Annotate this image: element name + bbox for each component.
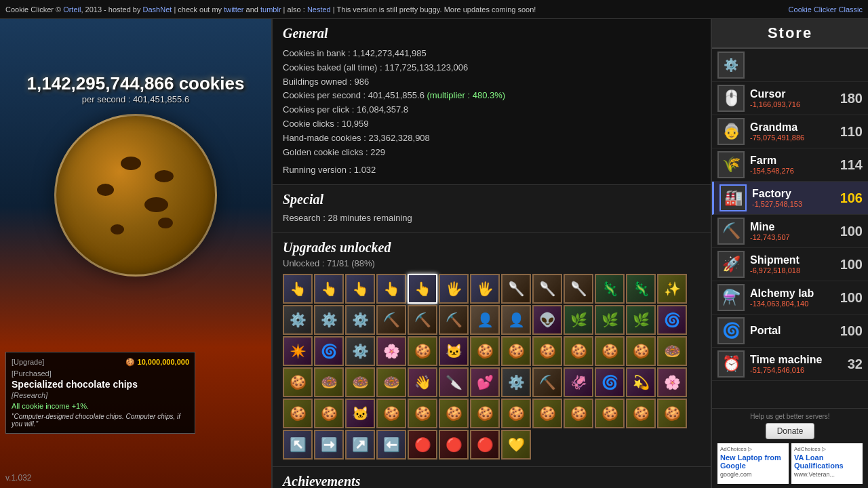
upgrade-item[interactable]: ⬅️: [376, 430, 406, 460]
upgrade-item[interactable]: ⚙️: [345, 305, 375, 335]
upgrade-item[interactable]: 🍪: [626, 336, 656, 366]
upgrade-item[interactable]: 🍪: [470, 399, 500, 428]
store-item-portal[interactable]: 🌀 Portal 100: [712, 314, 868, 348]
upgrade-item[interactable]: 🌸: [376, 336, 406, 366]
upgrade-item[interactable]: 🍩: [657, 336, 687, 366]
store-item-mine[interactable]: ⛏️ Mine -12,743,507 100: [712, 215, 868, 248]
big-cookie[interactable]: [54, 114, 217, 277]
upgrade-item[interactable]: 🍪: [314, 399, 344, 428]
upgrade-item[interactable]: 🍪: [376, 399, 406, 428]
upgrade-item[interactable]: 🖐️: [470, 274, 500, 304]
upgrade-item[interactable]: 💫: [626, 367, 656, 397]
upgrade-item[interactable]: 🍪: [657, 399, 687, 428]
upgrade-item[interactable]: 🔪: [439, 367, 469, 397]
store-item-cursor[interactable]: 🖱️ Cursor -1,166,093,716 180: [712, 82, 868, 115]
upgrade-item[interactable]: 🌀: [314, 336, 344, 366]
orteil-link[interactable]: Orteil: [63, 5, 81, 14]
upgrade-item[interactable]: ↗️: [345, 430, 375, 460]
upgrade-item[interactable]: 🌀: [657, 305, 687, 335]
store-item-alchemy[interactable]: ⚗️ Alchemy lab -134,063,804,140 100: [712, 281, 868, 314]
upgrade-item[interactable]: 🖐️: [439, 274, 469, 304]
nested-link[interactable]: Nested: [307, 5, 331, 14]
upgrade-item[interactable]: 🦎: [595, 274, 625, 304]
store-item-time-machine[interactable]: ⏰ Time machine -51,754,546,016 32: [712, 348, 868, 381]
upgrade-item[interactable]: 🍪: [283, 399, 313, 428]
upgrade-item[interactable]: 🍪: [564, 336, 593, 366]
upgrade-item[interactable]: ⚙️: [283, 305, 313, 335]
upgrade-item[interactable]: 🔴: [439, 430, 469, 460]
topbar-text: Cookie Clicker © Orteil, 2013 - hosted b…: [5, 5, 536, 14]
upgrade-item[interactable]: 🥄: [501, 274, 531, 304]
donate-button[interactable]: Donate: [766, 423, 815, 439]
upgrades-title: Upgrades unlocked: [283, 240, 701, 256]
upgrade-item[interactable]: 🍪: [501, 336, 531, 366]
upgrade-item[interactable]: 🍪: [595, 336, 625, 366]
cookie-main-count: 1,142,295,744,866 cookies: [0, 73, 271, 94]
upgrade-item[interactable]: 🍪: [283, 367, 313, 397]
upgrade-item[interactable]: ⚙️: [314, 305, 344, 335]
store-item-farm[interactable]: 🌾 Farm -154,548,276 114: [712, 148, 868, 182]
upgrade-item[interactable]: 🍪: [470, 336, 500, 366]
upgrade-item[interactable]: 🌿: [564, 305, 593, 335]
upgrade-item[interactable]: ⛏️: [376, 305, 406, 335]
upgrade-item[interactable]: 💛: [501, 430, 531, 460]
upgrade-item[interactable]: ⛏️: [408, 305, 437, 335]
upgrade-item[interactable]: 🍪: [408, 336, 437, 366]
upgrade-item[interactable]: 🍪: [532, 399, 562, 428]
upgrade-item[interactable]: ⚙️: [345, 336, 375, 366]
upgrade-item[interactable]: 👤: [501, 305, 531, 335]
upgrade-item[interactable]: 🍩: [314, 367, 344, 397]
upgrade-item[interactable]: 🦑: [564, 367, 593, 397]
upgrade-item[interactable]: 👆: [345, 274, 375, 304]
upgrade-item[interactable]: 🥄: [564, 274, 593, 304]
upgrade-item[interactable]: 🍪: [501, 399, 531, 428]
twitter-link[interactable]: twitter: [224, 5, 243, 14]
upgrade-item[interactable]: 🍩: [376, 367, 406, 397]
upgrade-item[interactable]: ⚙️: [501, 367, 531, 397]
upgrade-item[interactable]: 🌀: [595, 367, 625, 397]
upgrade-item[interactable]: 🦎: [626, 274, 656, 304]
mine-cost: -12,743,507: [750, 233, 835, 241]
store-upgrade-icon-row: ⚙️: [712, 49, 868, 82]
tumblr-link[interactable]: tumblr: [260, 5, 281, 14]
upgrade-item[interactable]: 🍩: [345, 367, 375, 397]
upgrade-item[interactable]: 👆: [314, 274, 344, 304]
upgrade-item[interactable]: ✴️: [283, 336, 313, 366]
upgrade-item[interactable]: 🍪: [532, 336, 562, 366]
upgrade-item[interactable]: 💕: [470, 367, 500, 397]
upgrade-item[interactable]: 👆: [376, 274, 406, 304]
upgrade-item[interactable]: ⛏️: [439, 305, 469, 335]
ad-box-2[interactable]: AdChoices ▷ VA Loan Qualifications www.V…: [791, 443, 863, 484]
upgrade-item[interactable]: 👤: [470, 305, 500, 335]
store-upgrade-icon[interactable]: ⚙️: [717, 52, 745, 79]
upgrade-item[interactable]: ➡️: [314, 430, 344, 460]
upgrade-item[interactable]: 🌸: [657, 367, 687, 397]
upgrade-item[interactable]: 🌿: [595, 305, 625, 335]
upgrade-item[interactable]: 🔴: [408, 430, 437, 460]
upgrade-item[interactable]: 🔴: [470, 430, 500, 460]
dashnet-link[interactable]: DashNet: [143, 5, 172, 14]
upgrade-item[interactable]: ✨: [657, 274, 687, 304]
ad-box-1[interactable]: AdChoices ▷ New Laptop from Google googl…: [717, 443, 789, 484]
classic-link[interactable]: Cookie Clicker Classic: [789, 5, 863, 14]
upgrade-item[interactable]: 🍪: [408, 399, 437, 428]
store-item-grandma[interactable]: 👵 Grandma -75,075,491,886 110: [712, 115, 868, 148]
upgrade-item[interactable]: ⛏️: [532, 367, 562, 397]
upgrade-item[interactable]: 🐱: [345, 399, 375, 428]
upgrade-item[interactable]: 🥄: [532, 274, 562, 304]
upgrade-item[interactable]: 🍪: [595, 399, 625, 428]
store-item-factory[interactable]: 🏭 Factory -1,527,548,153 106: [712, 182, 868, 215]
upgrade-item[interactable]: 👆: [408, 274, 437, 304]
upgrade-item[interactable]: 👋: [408, 367, 437, 397]
upgrade-item[interactable]: 🌿: [626, 305, 656, 335]
upgrade-item[interactable]: ↖️: [283, 430, 313, 460]
upgrade-item[interactable]: 🍪: [564, 399, 593, 428]
store-item-shipment[interactable]: 🚀 Shipment -6,972,518,018 100: [712, 248, 868, 281]
special-title: Special: [283, 192, 701, 207]
upgrade-item[interactable]: 🐱: [439, 336, 469, 366]
upgrade-item[interactable]: 🍪: [439, 399, 469, 428]
stat-golden-clicks: Golden cookie clicks : 229: [283, 146, 701, 160]
upgrade-item[interactable]: 👽: [532, 305, 562, 335]
upgrade-item[interactable]: 👆: [283, 274, 313, 304]
upgrade-item[interactable]: 🍪: [626, 399, 656, 428]
